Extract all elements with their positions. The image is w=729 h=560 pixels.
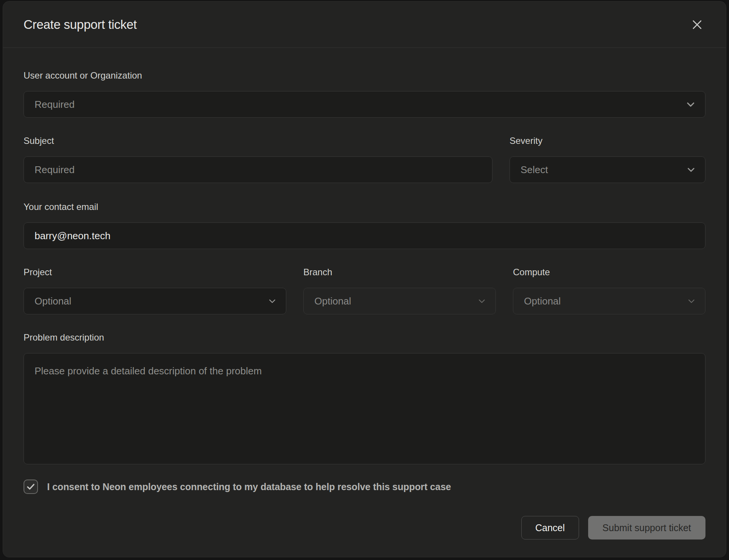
account-field-group: User account or Organization Required <box>24 70 705 118</box>
severity-select[interactable]: Select <box>510 156 705 183</box>
email-label: Your contact email <box>24 201 705 213</box>
email-field-group: Your contact email <box>24 201 705 249</box>
compute-select[interactable]: Optional <box>513 288 705 314</box>
project-select[interactable]: Optional <box>24 288 286 314</box>
project-branch-compute-row: Project Optional Branch Optional <box>24 267 705 314</box>
close-button[interactable] <box>689 16 705 33</box>
subject-input[interactable] <box>24 156 492 183</box>
email-input[interactable] <box>24 222 705 249</box>
severity-field-group: Severity Select <box>510 135 705 183</box>
project-field-group: Project Optional <box>24 267 286 314</box>
account-label: User account or Organization <box>24 70 705 81</box>
compute-field-group: Compute Optional <box>513 267 705 314</box>
subject-label: Subject <box>24 135 492 147</box>
severity-select-value: Select <box>521 164 548 176</box>
description-textarea[interactable] <box>24 353 705 464</box>
branch-select-value: Optional <box>314 295 351 307</box>
compute-label: Compute <box>513 267 705 278</box>
branch-select[interactable]: Optional <box>303 288 496 314</box>
account-select-value: Required <box>35 99 75 110</box>
cancel-button[interactable]: Cancel <box>521 516 579 539</box>
dialog-body: User account or Organization Required Su… <box>3 48 726 557</box>
submit-support-ticket-button[interactable]: Submit support ticket <box>588 516 705 539</box>
chevron-down-icon <box>687 297 696 306</box>
project-label: Project <box>24 267 286 278</box>
project-select-value: Optional <box>35 295 71 307</box>
compute-select-value: Optional <box>524 295 561 307</box>
consent-row: I consent to Neon employees connecting t… <box>24 480 705 494</box>
dialog-header: Create support ticket <box>3 2 726 48</box>
branch-label: Branch <box>303 267 496 278</box>
dialog-footer: Cancel Submit support ticket <box>24 516 705 539</box>
chevron-down-icon <box>686 165 696 175</box>
chevron-down-icon <box>477 297 486 306</box>
create-support-ticket-dialog: Create support ticket User account or Or… <box>3 2 726 557</box>
consent-checkbox[interactable] <box>24 480 38 494</box>
chevron-down-icon <box>685 99 696 110</box>
branch-field-group: Branch Optional <box>303 267 496 314</box>
close-icon <box>690 17 704 32</box>
dialog-title: Create support ticket <box>24 17 137 32</box>
chevron-down-icon <box>268 297 277 306</box>
consent-label[interactable]: I consent to Neon employees connecting t… <box>47 481 451 492</box>
severity-label: Severity <box>510 135 705 147</box>
subject-severity-row: Subject Severity Select <box>24 135 705 183</box>
checkmark-icon <box>26 482 36 492</box>
description-label: Problem description <box>24 332 705 343</box>
subject-field-group: Subject <box>24 135 492 183</box>
description-field-group: Problem description <box>24 332 705 464</box>
account-select[interactable]: Required <box>24 91 705 118</box>
